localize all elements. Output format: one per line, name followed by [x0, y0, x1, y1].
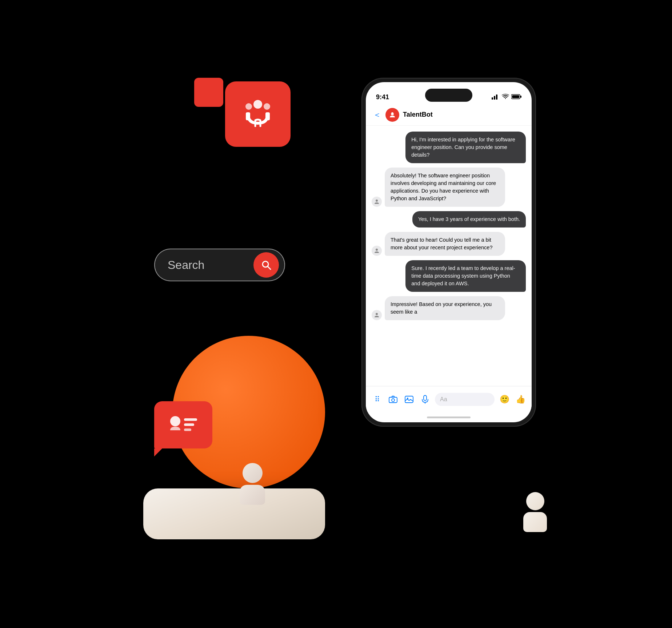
- home-bar: [427, 416, 471, 418]
- svg-point-2: [264, 103, 270, 110]
- red-square-small: [194, 78, 223, 107]
- svg-point-22: [376, 313, 378, 315]
- wifi-icon: [502, 94, 509, 101]
- message-4: That's great to hear! Could you tell me …: [385, 232, 505, 256]
- search-placeholder: Search: [160, 258, 253, 272]
- svg-point-7: [170, 416, 180, 426]
- team-magnet-icon: [238, 94, 278, 134]
- back-button[interactable]: ＜: [373, 109, 381, 120]
- emoji-icon-btn[interactable]: 🙂: [498, 393, 511, 406]
- profile-card-icon: [154, 401, 212, 448]
- phone-notch: [425, 89, 472, 102]
- grid-icon-btn[interactable]: ⠿: [371, 393, 383, 406]
- status-time: 9:41: [376, 93, 389, 101]
- input-placeholder: Aa: [440, 396, 447, 403]
- message-6-wrapper: Impressive! Based on your experience, yo…: [372, 296, 526, 320]
- right-figure: [523, 492, 547, 532]
- svg-rect-10: [184, 428, 191, 431]
- svg-line-6: [268, 266, 271, 269]
- svg-point-1: [245, 103, 252, 110]
- svg-rect-8: [184, 418, 197, 421]
- svg-point-19: [393, 112, 395, 113]
- image-icon-btn[interactable]: [403, 393, 415, 406]
- svg-rect-27: [424, 395, 427, 400]
- svg-point-0: [253, 100, 262, 109]
- input-bar: ⠿: [366, 386, 532, 412]
- svg-rect-15: [520, 96, 521, 98]
- bot-avatar: [385, 108, 399, 122]
- svg-rect-16: [512, 95, 519, 98]
- message-5: Sure. I recently led a team to develop a…: [405, 260, 526, 292]
- red-icon-box: [225, 81, 291, 147]
- svg-rect-9: [184, 423, 194, 426]
- signal-icon: [492, 94, 500, 101]
- human-figure: [240, 463, 265, 505]
- svg-rect-11: [492, 97, 493, 100]
- svg-rect-13: [496, 94, 497, 100]
- message-6: Impressive! Based on your experience, yo…: [385, 296, 505, 320]
- svg-rect-4: [265, 112, 270, 120]
- camera-icon-btn[interactable]: [387, 393, 399, 406]
- phone-mockup: 9:41: [361, 78, 536, 427]
- svg-point-21: [376, 249, 378, 251]
- message-2: Absolutely! The software engineer positi…: [385, 168, 505, 207]
- svg-rect-25: [405, 396, 413, 403]
- messages-area[interactable]: Hi, I'm interested in applying for the s…: [366, 126, 532, 386]
- right-figure-body: [523, 512, 547, 532]
- search-bar[interactable]: Search: [154, 249, 285, 281]
- status-icons: [492, 94, 521, 101]
- left-decorations: Search: [136, 60, 325, 568]
- main-scene: Search: [136, 60, 536, 568]
- message-1: Hi, I'm interested in applying for the s…: [405, 132, 526, 163]
- search-icon: [260, 259, 272, 271]
- message-input[interactable]: Aa: [435, 393, 495, 406]
- message-3: Yes, I have 3 years of experience with b…: [412, 211, 526, 228]
- right-figure-head: [526, 492, 544, 510]
- svg-point-20: [376, 200, 378, 202]
- bot-msg-avatar-2: [372, 246, 382, 256]
- figure-body: [240, 485, 265, 505]
- message-4-wrapper: That's great to hear! Could you tell me …: [372, 232, 526, 256]
- svg-rect-3: [246, 112, 250, 120]
- message-2-wrapper: Absolutely! The software engineer positi…: [372, 168, 526, 207]
- figure-head: [243, 463, 263, 483]
- bot-msg-avatar-3: [372, 310, 382, 320]
- svg-rect-12: [494, 96, 495, 100]
- battery-icon: [511, 94, 521, 101]
- svg-point-18: [391, 112, 392, 113]
- search-button[interactable]: [253, 252, 279, 278]
- home-indicator: [366, 412, 532, 422]
- svg-point-24: [392, 399, 395, 402]
- platform-base: [143, 488, 325, 539]
- bot-name: TalentBot: [403, 111, 433, 118]
- chat-header: ＜ TalentBot: [366, 104, 532, 126]
- mic-icon-btn[interactable]: [419, 393, 431, 406]
- phone-screen: 9:41: [366, 82, 532, 422]
- profile-card-svg: [165, 410, 201, 439]
- bot-msg-avatar: [372, 197, 382, 207]
- thumbsup-icon-btn[interactable]: 👍: [514, 393, 527, 406]
